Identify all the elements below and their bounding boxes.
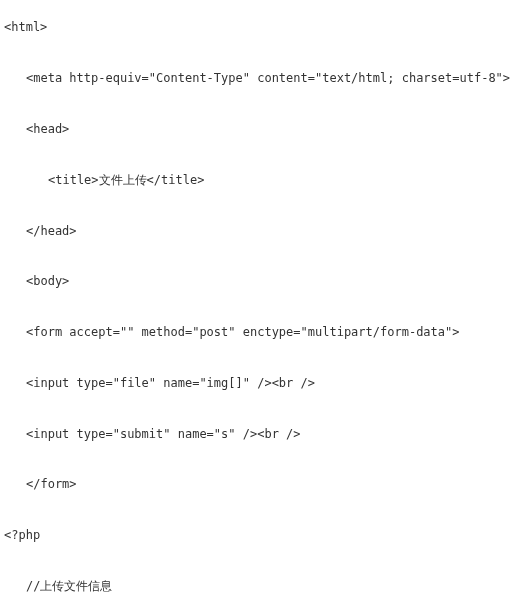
code-snippet: <html> <meta http-equiv="Content-Type" c…: [0, 0, 514, 601]
code-line: <?php: [4, 528, 510, 542]
code-line: <title>文件上传</title>: [4, 173, 510, 187]
code-line: //上传文件信息: [4, 579, 510, 593]
code-line: <input type="file" name="img[]" /><br />: [4, 376, 510, 390]
code-line: </head>: [4, 224, 510, 238]
code-line: <head>: [4, 122, 510, 136]
code-line: <input type="submit" name="s" /><br />: [4, 427, 510, 441]
code-line: <form accept="" method="post" enctype="m…: [4, 325, 510, 339]
code-line: </form>: [4, 477, 510, 491]
code-line: <html>: [4, 20, 510, 34]
code-line: <meta http-equiv="Content-Type" content=…: [4, 71, 510, 85]
code-line: <body>: [4, 274, 510, 288]
